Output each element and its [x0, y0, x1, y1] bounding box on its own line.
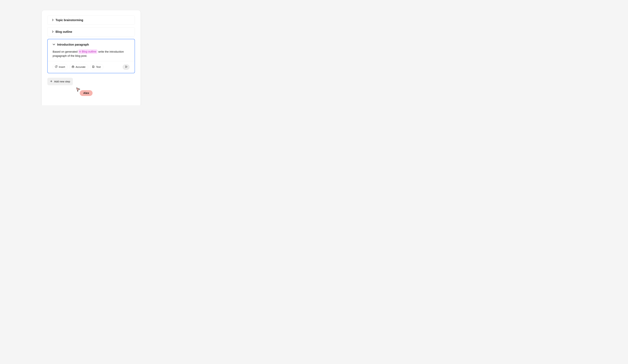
svg-rect-0 [72, 66, 74, 68]
insert-icon [55, 65, 58, 69]
step-topic-brainstorming[interactable]: Topic brainstorming [47, 16, 135, 25]
add-new-step-label: Add new step [54, 80, 70, 83]
plus-icon [50, 80, 52, 83]
accurate-button[interactable]: Accurate [70, 64, 88, 70]
body-text-pre: Based on generated [53, 50, 78, 53]
briefcase-icon [72, 65, 74, 69]
text-button[interactable]: Text [90, 64, 103, 70]
step-body-text[interactable]: Based on generated Blog outline write th… [48, 49, 135, 61]
accurate-button-label: Accurate [76, 66, 85, 69]
step-title: Blog outline [56, 30, 72, 34]
step-toolbar: Insert Accurate Text [48, 61, 135, 70]
run-step-button[interactable] [123, 64, 130, 70]
workflow-card: Topic brainstorming Blog outline Introdu… [42, 10, 140, 105]
insert-button[interactable]: Insert [53, 64, 68, 70]
step-title: Introduction paragraph [57, 43, 89, 46]
diamond-icon [79, 51, 81, 53]
add-new-step-button[interactable]: Add new step [47, 78, 73, 85]
step-header[interactable]: Introduction paragraph [48, 43, 135, 46]
chevron-right-icon [52, 19, 54, 22]
step-title: Topic brainstorming [56, 18, 83, 22]
insert-button-label: Insert [59, 66, 65, 69]
step-introduction-paragraph: Introduction paragraph Based on generate… [47, 39, 135, 73]
chevron-right-icon [52, 31, 54, 33]
reference-chip-blog-outline[interactable]: Blog outline [78, 49, 97, 54]
text-button-label: Text [96, 66, 101, 69]
step-blog-outline[interactable]: Blog outline [47, 27, 135, 36]
chevron-down-icon [53, 44, 55, 46]
reference-chip-label: Blog outline [82, 50, 96, 54]
play-icon [125, 66, 128, 69]
file-text-icon [92, 65, 95, 69]
